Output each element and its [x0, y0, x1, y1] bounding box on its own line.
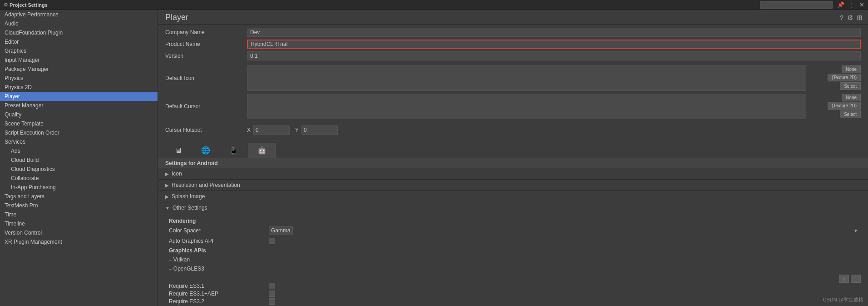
hotspot-y-label: Y: [295, 127, 299, 133]
sidebar-item-physics[interactable]: Physics: [0, 74, 158, 83]
product-name-input[interactable]: [247, 40, 861, 49]
require-es32-checkbox[interactable]: [269, 298, 275, 305]
sidebar-item-tags-and-layers[interactable]: Tags and Layers: [0, 192, 158, 201]
opengles3-drag-handle[interactable]: =: [169, 266, 172, 271]
version-label: Version: [165, 53, 247, 59]
sidebar-item-package-manager[interactable]: Package Manager: [0, 65, 158, 74]
auto-graphics-checkbox[interactable]: [269, 238, 275, 244]
api-row-vulkan: = Vulkan: [169, 256, 861, 264]
other-settings-header[interactable]: ▼ Other Settings: [158, 202, 868, 213]
splash-section-header[interactable]: ▶ Splash Image: [158, 191, 868, 202]
version-input[interactable]: [247, 51, 861, 60]
color-space-dropdown[interactable]: Gamma: [269, 226, 293, 235]
color-space-label: Color Space*: [169, 227, 269, 234]
ios-icon: 📱: [229, 146, 238, 155]
main-layout: Adaptive Performance Audio CloudFoundati…: [0, 10, 868, 306]
sidebar-item-input-manager[interactable]: Input Manager: [0, 55, 158, 65]
sidebar-item-cloud-build[interactable]: Cloud Build: [0, 156, 158, 165]
content-area: Player ? ⚙ ⊞ Company Name Product Name V…: [158, 10, 868, 306]
other-settings-arrow: ▼: [165, 206, 170, 211]
cursor-select-button[interactable]: Select: [840, 110, 861, 118]
sidebar-item-textmesh-pro[interactable]: TextMesh Pro: [0, 201, 158, 210]
apis-remove-button[interactable]: −: [851, 275, 861, 283]
api-row-opengles3: = OpenGLES3: [169, 265, 861, 273]
vulkan-label: Vulkan: [173, 256, 190, 263]
hotspot-y-input[interactable]: [301, 125, 338, 135]
icon-select-button[interactable]: Select: [840, 82, 861, 90]
sidebar-item-in-app-purchasing[interactable]: In-App Purchasing: [0, 183, 158, 192]
sidebar-item-preset-manager[interactable]: Preset Manager: [0, 101, 158, 110]
resolution-section-label: Resolution and Presentation: [172, 182, 240, 188]
splash-section: ▶ Splash Image: [158, 191, 868, 202]
require-es31-aep-label: Require ES3.1+AEP: [169, 291, 269, 297]
icon-section-header[interactable]: ▶ Icon: [158, 168, 868, 179]
page-title: Player: [165, 13, 188, 22]
sidebar-item-timeline[interactable]: Timeline: [0, 219, 158, 228]
require-es31-checkbox[interactable]: [269, 283, 275, 289]
search-input[interactable]: [760, 1, 833, 9]
sidebar-item-ads[interactable]: Ads: [0, 146, 158, 156]
title-bar-title: Project Settings: [10, 2, 48, 8]
require-es31-aep-checkbox[interactable]: [269, 291, 275, 297]
icon-section-label: Icon: [172, 171, 182, 177]
product-name-row: Product Name: [165, 39, 861, 49]
resolution-section-header[interactable]: ▶ Resolution and Presentation: [158, 180, 868, 191]
sidebar-item-services[interactable]: Services: [0, 137, 158, 146]
color-space-row: Color Space* Gamma ▼: [169, 226, 861, 235]
platform-tab-ios[interactable]: 📱: [220, 143, 248, 158]
company-name-input[interactable]: [247, 28, 861, 37]
sidebar-item-quality[interactable]: Quality: [0, 110, 158, 119]
vulkan-drag-handle[interactable]: =: [169, 257, 172, 262]
icon-none-badge: None: [842, 65, 861, 73]
watermark: CSDN @学生董格: [823, 296, 863, 303]
platform-tab-desktop[interactable]: 🖥: [165, 143, 192, 158]
splash-section-arrow: ▶: [165, 194, 169, 199]
sidebar-item-xr-plugin-management[interactable]: XR Plugin Management: [0, 237, 158, 246]
platform-tabs: 🖥 🌐 📱 🤖: [158, 143, 868, 158]
icon-section-arrow: ▶: [165, 171, 169, 176]
resolution-section: ▶ Resolution and Presentation: [158, 180, 868, 191]
title-bar: ⚙ Project Settings 📌 ⋮ ✕: [0, 0, 868, 10]
sidebar-item-cloud-diagnostics[interactable]: Cloud Diagnostics: [0, 165, 158, 174]
sidebar-item-script-execution-order[interactable]: Script Execution Order: [0, 128, 158, 137]
title-bar-right: 📌 ⋮ ✕: [760, 1, 864, 9]
hotspot-x-label: X: [247, 127, 251, 133]
platform-tab-webgl[interactable]: 🌐: [192, 143, 220, 158]
dots-icon[interactable]: ⋮: [849, 1, 855, 8]
sidebar-item-time[interactable]: Time: [0, 210, 158, 219]
default-cursor-right: None (Texture 2D) Select: [806, 94, 861, 121]
settings-for-label: Settings for Android: [158, 158, 868, 168]
default-icon-section: Default Icon None (Texture 2D) Select: [158, 65, 868, 93]
cursor-none-badge: None: [842, 94, 861, 101]
android-icon: 🤖: [257, 146, 266, 155]
default-icon-label: Default Icon: [165, 75, 247, 81]
layout-icon[interactable]: ⊞: [857, 14, 863, 22]
sidebar-item-adaptive-performance[interactable]: Adaptive Performance: [0, 10, 158, 19]
gear-icon[interactable]: ⚙: [847, 14, 853, 22]
sidebar-item-editor[interactable]: Editor: [0, 37, 158, 46]
sidebar-item-physics-2d[interactable]: Physics 2D: [0, 83, 158, 92]
require-es31-row: Require ES3.1: [169, 283, 861, 289]
apis-add-button[interactable]: +: [839, 275, 849, 283]
sidebar-item-graphics[interactable]: Graphics: [0, 46, 158, 55]
help-icon[interactable]: ?: [840, 14, 843, 21]
auto-graphics-label: Auto Graphics API: [169, 238, 269, 244]
resolution-section-arrow: ▶: [165, 183, 169, 188]
default-cursor-label: Default Cursor: [165, 103, 247, 110]
sidebar-item-audio[interactable]: Audio: [0, 19, 158, 28]
other-settings-content: Rendering Color Space* Gamma ▼ Auto Grap…: [158, 213, 868, 306]
pin-icon[interactable]: 📌: [837, 1, 844, 8]
platform-tab-android[interactable]: 🤖: [248, 143, 276, 158]
default-cursor-left: Default Cursor: [165, 94, 806, 121]
hotspot-x-input[interactable]: [253, 125, 290, 135]
apis-controls: + −: [169, 275, 861, 283]
close-icon[interactable]: ✕: [859, 1, 864, 8]
sidebar-item-player[interactable]: Player: [0, 92, 158, 101]
sidebar-item-scene-template[interactable]: Scene Template: [0, 119, 158, 128]
sidebar-item-cloud-foundation-plugin[interactable]: CloudFoundation Plugin: [0, 28, 158, 37]
require-es31-label: Require ES3.1: [169, 283, 269, 289]
color-space-dropdown-arrow: ▼: [853, 228, 858, 233]
cursor-hotspot-row: Cursor Hotspot X Y: [165, 125, 861, 135]
sidebar-item-collaborate[interactable]: Collaborate: [0, 174, 158, 183]
sidebar-item-version-control[interactable]: Version Control: [0, 228, 158, 237]
